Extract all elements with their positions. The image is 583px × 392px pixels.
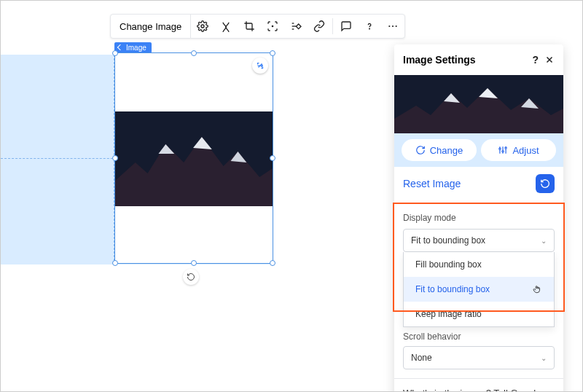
help-icon[interactable] — [358, 15, 381, 38]
resize-handle[interactable] — [270, 260, 275, 266]
undo-floating-button[interactable] — [183, 269, 199, 285]
svg-point-22 — [505, 147, 506, 149]
display-mode-option[interactable]: Fill bounding box — [404, 252, 554, 277]
focal-point-icon[interactable] — [261, 15, 284, 38]
reset-image-link[interactable]: Reset Image — [403, 178, 461, 189]
comment-icon[interactable] — [334, 15, 358, 38]
svg-point-20 — [499, 148, 501, 149]
toolbar-separator — [332, 18, 333, 34]
resize-handle[interactable] — [191, 50, 197, 56]
scroll-behavior-select[interactable]: None ⌄ — [403, 346, 555, 369]
display-mode-dropdown: Fill bounding box Fit to bounding box Ke… — [403, 252, 555, 327]
display-mode-option-label: Fit to bounding box — [415, 284, 490, 294]
chevron-down-icon: ⌄ — [541, 237, 547, 245]
resize-handle[interactable] — [270, 155, 275, 161]
resize-handle[interactable] — [270, 50, 275, 56]
scroll-behavior-value: None — [411, 353, 432, 363]
settings-icon[interactable] — [191, 15, 214, 38]
animation-icon[interactable] — [284, 15, 308, 38]
image-action-row: Change Adjust — [394, 133, 563, 167]
svg-point-3 — [369, 28, 370, 29]
resize-handle[interactable] — [112, 50, 118, 56]
svg-point-21 — [502, 151, 504, 152]
resize-handle[interactable] — [191, 260, 197, 266]
chevron-down-icon: ⌄ — [541, 354, 547, 362]
svg-point-4 — [389, 26, 391, 27]
resize-handle[interactable] — [112, 155, 118, 161]
svg-point-0 — [201, 25, 204, 28]
editor-toolbar: Change Image — [110, 14, 405, 39]
svg-point-5 — [392, 26, 394, 27]
panel-close-icon[interactable] — [544, 55, 555, 65]
display-mode-selected-value: Fit to bounding box — [411, 235, 485, 246]
svg-rect-2 — [297, 24, 302, 29]
change-button-label: Change — [430, 145, 463, 156]
scroll-behavior-label-truncated: Scroll behavior — [394, 329, 563, 346]
image-selection-frame[interactable] — [114, 52, 273, 264]
alt-text-section: What's in the image? Tell Google — [394, 378, 563, 392]
display-mode-option-selected[interactable]: Fit to bounding box — [404, 277, 554, 302]
change-image-button[interactable]: Change Image — [111, 15, 191, 38]
display-mode-select[interactable]: Fit to bounding box ⌄ — [403, 229, 555, 252]
alt-text-label: What's in the image? Tell Google — [403, 388, 555, 392]
panel-help-icon[interactable]: ? — [532, 54, 539, 66]
svg-point-6 — [396, 26, 397, 27]
adjust-button-label: Adjust — [512, 145, 539, 156]
reset-row: Reset Image — [394, 167, 563, 204]
reset-undo-button[interactable] — [536, 174, 555, 193]
resize-handle[interactable] — [112, 260, 118, 266]
selection-badge[interactable]: Image — [114, 42, 152, 53]
panel-header: Image Settings ? — [394, 44, 563, 75]
panel-title: Image Settings — [403, 54, 476, 66]
filters-icon[interactable] — [214, 15, 238, 38]
image-settings-panel: Image Settings ? Change Adjust Reset Ima… — [394, 44, 563, 392]
svg-point-1 — [273, 26, 273, 26]
crop-icon[interactable] — [238, 15, 261, 38]
display-mode-option[interactable]: Keep image ratio — [404, 302, 554, 326]
more-icon[interactable] — [381, 15, 404, 38]
expand-image-button[interactable] — [252, 58, 268, 74]
display-mode-label: Display mode — [403, 213, 555, 223]
image-preview — [394, 75, 563, 133]
change-button[interactable]: Change — [402, 139, 477, 161]
display-mode-section: Display mode Fit to bounding box ⌄ Fill … — [394, 204, 563, 327]
link-icon[interactable] — [308, 15, 331, 38]
cursor-icon — [532, 284, 542, 294]
image-content — [115, 111, 273, 206]
adjust-button[interactable]: Adjust — [481, 139, 556, 161]
scroll-behavior-section: None ⌄ — [394, 346, 563, 369]
